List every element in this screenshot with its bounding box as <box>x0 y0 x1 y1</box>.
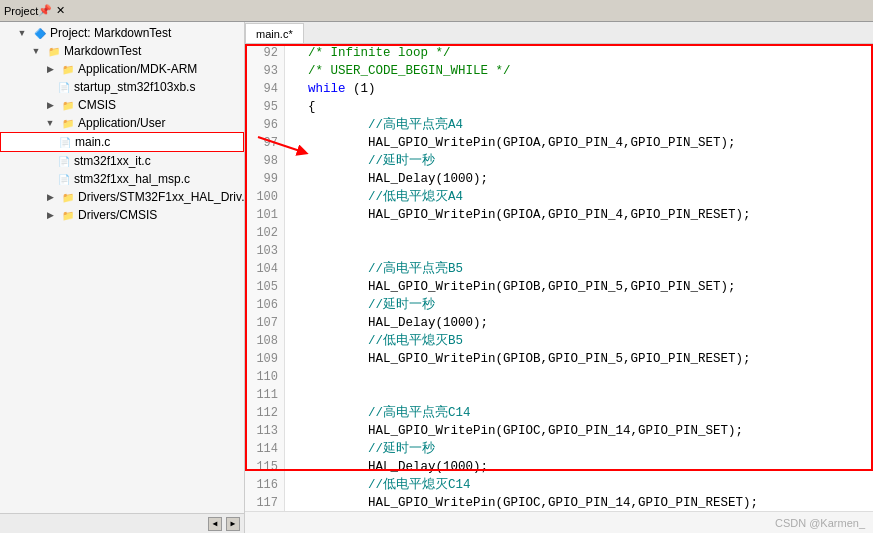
line-number-108: 108 <box>251 332 278 350</box>
scroll-left-btn[interactable]: ◀ <box>208 517 222 531</box>
tree-item-drivers-cmsis[interactable]: ▶ 📁 Drivers/CMSIS <box>0 206 244 224</box>
tree-item-startup[interactable]: 📄 startup_stm32f103xb.s <box>0 78 244 96</box>
line-number-94: 94 <box>251 80 278 98</box>
tree-item-app-mdk[interactable]: ▶ 📁 Application/MDK-ARM <box>0 60 244 78</box>
line-number-104: 104 <box>251 260 278 278</box>
top-bar: Project 📌 ✕ <box>0 0 873 22</box>
code-line-102 <box>293 224 865 242</box>
file-icon-main: 📄 <box>57 134 73 150</box>
code-line-111 <box>293 386 865 404</box>
tree-item-stm32-it[interactable]: 📄 stm32f1xx_it.c <box>0 152 244 170</box>
pin-icon: 📌 <box>38 4 52 17</box>
folder-icon-markdowntest: 📁 <box>46 43 62 59</box>
line-number-92: 92 <box>251 44 278 62</box>
line-number-96: 96 <box>251 116 278 134</box>
expand-icon-drivers-cmsis: ▶ <box>42 207 58 223</box>
tree-item-stm32-hal-msp[interactable]: 📄 stm32f1xx_hal_msp.c <box>0 170 244 188</box>
line-number-105: 105 <box>251 278 278 296</box>
line-number-93: 93 <box>251 62 278 80</box>
code-line-96: //高电平点亮A4 <box>293 116 865 134</box>
sidebar-bottom: ◀ ▶ <box>0 513 244 533</box>
code-line-94: while (1) <box>293 80 865 98</box>
editor-area: main.c* 92939495969798991001011021031041… <box>245 22 873 533</box>
editor-tab-bar: main.c* <box>245 22 873 44</box>
code-content[interactable]: /* Infinite loop */ /* USER_CODE_BEGIN_W… <box>285 44 873 511</box>
app-user-label: Application/User <box>78 116 165 130</box>
folder-icon-drivers-cmsis: 📁 <box>60 207 76 223</box>
folder-icon-app-mdk: 📁 <box>60 61 76 77</box>
line-number-117: 117 <box>251 494 278 511</box>
code-line-97: HAL_GPIO_WritePin(GPIOA,GPIO_PIN_4,GPIO_… <box>293 134 865 152</box>
file-icon-startup: 📄 <box>56 79 72 95</box>
code-line-116: //低电平熄灭C14 <box>293 476 865 494</box>
code-line-98: //延时一秒 <box>293 152 865 170</box>
line-number-107: 107 <box>251 314 278 332</box>
folder-icon-drivers-hal: 📁 <box>60 189 76 205</box>
tree-item-markdowntest[interactable]: ▼ 📁 MarkdownTest <box>0 42 244 60</box>
code-line-92: /* Infinite loop */ <box>293 44 865 62</box>
expand-icon-app-user: ▼ <box>42 115 58 131</box>
expand-icon: ▼ <box>14 25 30 41</box>
code-line-107: HAL_Delay(1000); <box>293 314 865 332</box>
code-line-112: //高电平点亮C14 <box>293 404 865 422</box>
file-icon-stm32-hal-msp: 📄 <box>56 171 72 187</box>
line-number-99: 99 <box>251 170 278 188</box>
project-sidebar: ▼ 🔷 Project: MarkdownTest ▼ 📁 MarkdownTe… <box>0 22 245 533</box>
top-bar-title: Project <box>4 5 38 17</box>
line-number-106: 106 <box>251 296 278 314</box>
code-line-95: { <box>293 98 865 116</box>
code-line-110 <box>293 368 865 386</box>
editor-tab-main-c[interactable]: main.c* <box>245 23 304 43</box>
line-number-111: 111 <box>251 386 278 404</box>
close-icon[interactable]: ✕ <box>56 4 65 17</box>
code-line-106: //延时一秒 <box>293 296 865 314</box>
main-layout: ▼ 🔷 Project: MarkdownTest ▼ 📁 MarkdownTe… <box>0 22 873 533</box>
expand-icon-app-mdk: ▶ <box>42 61 58 77</box>
line-number-115: 115 <box>251 458 278 476</box>
editor-tab-label: main.c* <box>256 28 293 40</box>
tree-item-app-user[interactable]: ▼ 📁 Application/User <box>0 114 244 132</box>
line-number-114: 114 <box>251 440 278 458</box>
line-number-100: 100 <box>251 188 278 206</box>
watermark-text: CSDN @Karmen_ <box>775 517 865 529</box>
code-line-108: //低电平熄灭B5 <box>293 332 865 350</box>
code-line-113: HAL_GPIO_WritePin(GPIOC,GPIO_PIN_14,GPIO… <box>293 422 865 440</box>
project-icon: 🔷 <box>32 25 48 41</box>
folder-icon-cmsis: 📁 <box>60 97 76 113</box>
expand-icon-markdowntest: ▼ <box>28 43 44 59</box>
cmsis-label: CMSIS <box>78 98 116 112</box>
code-line-115: HAL_Delay(1000); <box>293 458 865 476</box>
line-number-103: 103 <box>251 242 278 260</box>
line-number-116: 116 <box>251 476 278 494</box>
tree-item-cmsis[interactable]: ▶ 📁 CMSIS <box>0 96 244 114</box>
code-line-105: HAL_GPIO_WritePin(GPIOB,GPIO_PIN_5,GPIO_… <box>293 278 865 296</box>
file-icon-stm32-it: 📄 <box>56 153 72 169</box>
code-line-100: //低电平熄灭A4 <box>293 188 865 206</box>
top-bar-icons: 📌 ✕ <box>38 4 65 17</box>
line-number-113: 113 <box>251 422 278 440</box>
expand-icon-drivers-hal: ▶ <box>42 189 58 205</box>
markdowntest-label: MarkdownTest <box>64 44 141 58</box>
project-label: Project: MarkdownTest <box>50 26 171 40</box>
scroll-right-btn[interactable]: ▶ <box>226 517 240 531</box>
line-numbers: 9293949596979899100101102103104105106107… <box>245 44 285 511</box>
tree-item-main-c[interactable]: 📄 main.c <box>0 132 244 152</box>
project-tree: ▼ 🔷 Project: MarkdownTest ▼ 📁 MarkdownTe… <box>0 22 244 513</box>
line-number-110: 110 <box>251 368 278 386</box>
tree-item-drivers-hal[interactable]: ▶ 📁 Drivers/STM32F1xx_HAL_Driv... <box>0 188 244 206</box>
editor-bottom: CSDN @Karmen_ <box>245 511 873 533</box>
line-number-98: 98 <box>251 152 278 170</box>
code-line-93: /* USER_CODE_BEGIN_WHILE */ <box>293 62 865 80</box>
code-line-101: HAL_GPIO_WritePin(GPIOA,GPIO_PIN_4,GPIO_… <box>293 206 865 224</box>
stm32-hal-msp-label: stm32f1xx_hal_msp.c <box>74 172 190 186</box>
line-number-101: 101 <box>251 206 278 224</box>
code-line-114: //延时一秒 <box>293 440 865 458</box>
app-mdk-label: Application/MDK-ARM <box>78 62 197 76</box>
expand-icon-cmsis: ▶ <box>42 97 58 113</box>
line-number-109: 109 <box>251 350 278 368</box>
code-container[interactable]: 9293949596979899100101102103104105106107… <box>245 44 873 511</box>
code-line-109: HAL_GPIO_WritePin(GPIOB,GPIO_PIN_5,GPIO_… <box>293 350 865 368</box>
tree-item-project[interactable]: ▼ 🔷 Project: MarkdownTest <box>0 24 244 42</box>
stm32-it-label: stm32f1xx_it.c <box>74 154 151 168</box>
startup-label: startup_stm32f103xb.s <box>74 80 195 94</box>
